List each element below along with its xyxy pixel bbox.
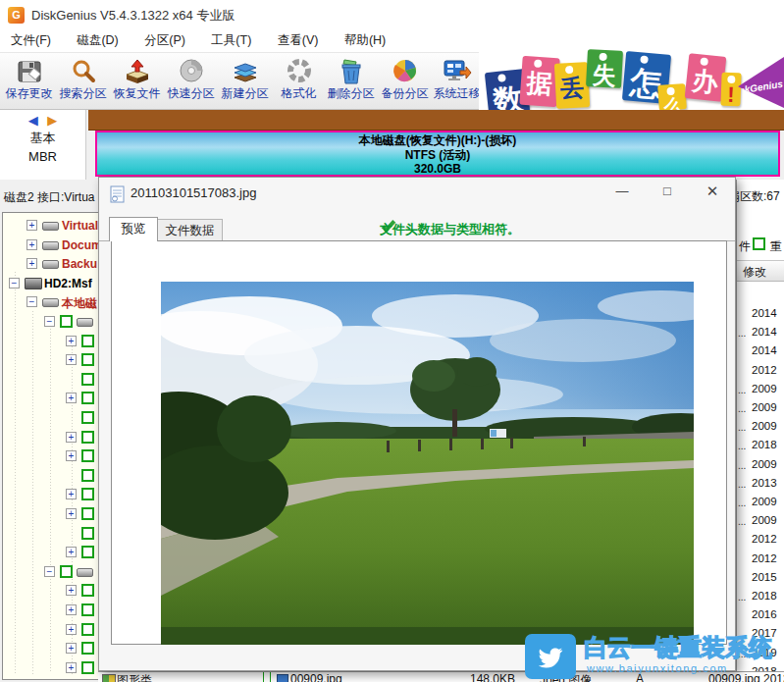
expand-icon[interactable]: + [26,258,37,269]
file-row[interactable]: 2014 [737,342,784,361]
tree-item[interactable]: + [3,429,103,447]
expand-icon[interactable]: + [66,624,77,635]
tree-item[interactable] [3,467,103,486]
maximize-button[interactable]: □ [646,178,689,207]
expand-icon[interactable]: + [66,432,77,443]
collapse-icon[interactable]: − [44,566,55,577]
new-partition-button[interactable]: 新建分区 [218,55,272,109]
menu-partition[interactable]: 分区(P) [133,29,196,49]
collapse-icon[interactable]: − [44,316,55,327]
tree-item[interactable]: +Docum [3,236,103,255]
tree-item[interactable]: + [3,333,103,351]
tree-checkbox[interactable] [81,527,94,540]
file-row[interactable]: 2016 [737,606,784,625]
tree-item[interactable]: − [3,313,103,332]
tree-checkbox[interactable] [81,623,94,636]
tree-item[interactable]: + [3,659,103,678]
tree-item[interactable]: + [3,447,103,466]
tree-item[interactable]: −HD2:Msf [3,275,103,293]
collapse-icon[interactable]: − [26,296,37,307]
collapse-icon[interactable]: − [9,278,20,289]
file-row[interactable]: ...2009 [737,381,784,399]
tree-checkbox[interactable] [81,431,94,444]
file-row[interactable]: 2012 [737,531,784,550]
file-row[interactable]: 2015 [737,569,784,588]
nav-forward-icon[interactable]: ▶ [47,113,57,128]
expand-icon[interactable]: + [66,489,77,499]
close-button[interactable]: ✕ [691,178,734,207]
file-row[interactable]: ...2009 [737,456,784,475]
tree-checkbox[interactable] [81,373,94,386]
file-row[interactable]: ...2009 [737,512,784,531]
tree-checkbox[interactable] [60,315,73,328]
tree-checkbox[interactable] [81,469,94,482]
tree-item[interactable]: + [3,602,103,620]
file-row[interactable]: ...2009 [737,418,784,437]
tree-item[interactable]: + [3,390,103,408]
menu-disk[interactable]: 磁盘(D) [66,29,129,49]
tree-item[interactable]: +Backu [3,255,103,274]
expand-icon[interactable]: + [66,450,77,461]
minimize-button[interactable]: — [601,178,644,207]
file-row[interactable]: 2012 [737,551,784,569]
file-row[interactable]: 2014 [737,305,784,324]
tree-checkbox[interactable] [81,507,94,520]
tab-file-data[interactable]: 文件数据 [158,219,223,241]
tree-item[interactable]: + [3,505,103,524]
search-partition-button[interactable]: 搜索分区 [56,55,110,109]
tree-checkbox[interactable] [81,488,94,500]
filter-checkbox[interactable] [753,237,765,250]
quick-partition-button[interactable]: 快速分区 [164,55,218,109]
column-header-modified[interactable]: 修改 [737,260,784,282]
nav-back-icon[interactable]: ◀ [28,113,38,128]
menu-tools[interactable]: 工具(T) [200,29,262,49]
menu-file[interactable]: 文件(F) [0,29,62,49]
tree-item[interactable]: + [3,486,103,504]
expand-icon[interactable]: + [66,354,77,365]
menu-help[interactable]: 帮助(H) [334,29,396,49]
tree-item[interactable]: − [3,563,103,582]
expand-icon[interactable]: + [66,508,77,519]
tree-checkbox[interactable] [81,335,94,347]
file-row[interactable]: ...2018 [737,437,784,455]
tree-checkbox[interactable] [81,603,94,616]
tree-checkbox[interactable] [60,565,73,578]
tree-item[interactable]: −本地磁 [3,293,103,312]
tree-item[interactable]: +Virtual [3,217,103,236]
tree-checkbox[interactable] [81,546,94,558]
system-migrate-button[interactable]: 系统迁移 [430,55,484,109]
menu-view[interactable]: 查看(V) [267,29,330,49]
tree-item[interactable]: + [3,621,103,640]
expand-icon[interactable]: + [66,604,77,615]
tree-item[interactable] [3,409,103,428]
expand-icon[interactable]: + [66,662,77,673]
expand-icon[interactable]: + [66,336,77,346]
file-row[interactable]: ...2009 [737,399,784,418]
tree-item[interactable]: + [3,351,103,370]
file-row[interactable]: ...2014 [737,324,784,342]
expand-icon[interactable]: + [66,547,77,557]
expand-icon[interactable]: + [66,643,77,654]
tree-checkbox[interactable] [81,449,94,462]
tree-checkbox[interactable] [81,642,94,655]
partition-block-selected[interactable]: 本地磁盘(恢复文件)(H:)-(损坏) NTFS (活动) 320.0GB [95,131,780,177]
tree-item[interactable] [3,525,103,544]
file-row[interactable]: ...2009 [737,494,784,512]
tree-item[interactable]: + [3,582,103,601]
format-button[interactable]: 格式化 [272,55,326,109]
tree-checkbox[interactable] [81,661,94,674]
tree-item[interactable] [3,371,103,390]
tree-checkbox[interactable] [81,392,94,404]
tab-preview[interactable]: 预览 [109,217,158,241]
tree-item[interactable]: + [3,544,103,562]
file-row[interactable]: ...2013 [737,475,784,494]
expand-icon[interactable]: + [26,220,37,231]
expand-icon[interactable]: + [66,585,77,596]
dialog-title-bar[interactable]: 201103101517083.jpg — □ ✕ [99,178,735,209]
tree-checkbox[interactable] [81,353,94,366]
recover-files-button[interactable]: 恢复文件 [110,55,164,109]
ad-banner[interactable]: 数据丢失怎么办! DiskGenius [479,49,784,110]
tree-item[interactable]: + [3,640,103,658]
file-row[interactable]: ...2018 [737,588,784,606]
expand-icon[interactable]: + [26,239,37,250]
